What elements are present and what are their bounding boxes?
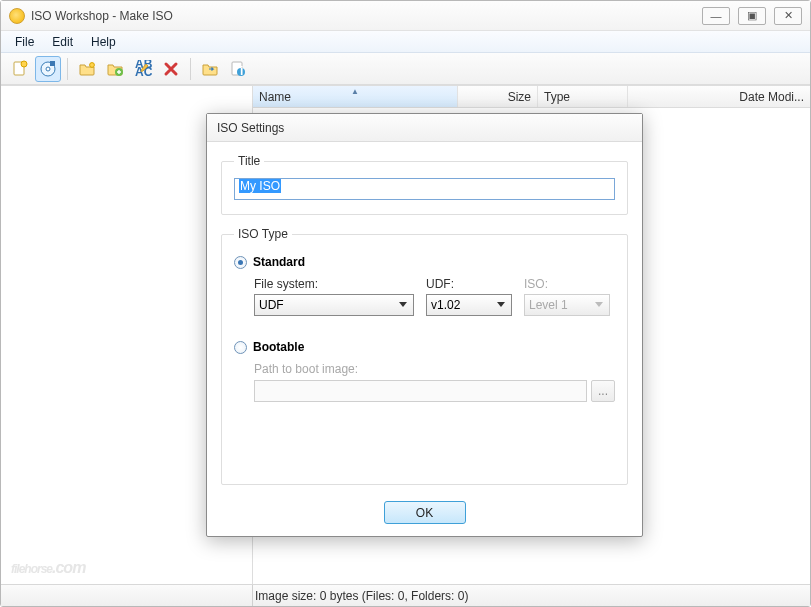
bootable-radio[interactable] bbox=[234, 341, 247, 354]
standard-radio[interactable] bbox=[234, 256, 247, 269]
folder-star-icon bbox=[78, 60, 96, 78]
column-type[interactable]: Type bbox=[538, 86, 628, 107]
svg-text:i: i bbox=[240, 63, 243, 77]
new-iso-button[interactable] bbox=[7, 56, 33, 82]
new-file-icon bbox=[11, 60, 29, 78]
rename-icon: ABAC bbox=[134, 60, 152, 78]
menu-file[interactable]: File bbox=[7, 33, 42, 51]
save-iso-button[interactable] bbox=[35, 56, 61, 82]
statusbar-left-cell bbox=[1, 585, 253, 606]
folder-plus-icon bbox=[106, 60, 124, 78]
delete-button[interactable] bbox=[158, 56, 184, 82]
bootable-radio-row[interactable]: Bootable bbox=[234, 340, 615, 354]
properties-button[interactable]: i bbox=[225, 56, 251, 82]
fs-combo[interactable]: UDF bbox=[254, 294, 414, 316]
iso-combo: Level 1 bbox=[524, 294, 610, 316]
folder-open-arrow-icon bbox=[201, 60, 219, 78]
maximize-button[interactable]: ▣ bbox=[738, 7, 766, 25]
udf-label: UDF: bbox=[426, 277, 512, 291]
dialog-title: ISO Settings bbox=[217, 121, 284, 135]
title-group: Title My ISO bbox=[221, 154, 628, 215]
menu-help[interactable]: Help bbox=[83, 33, 124, 51]
add-folder-button[interactable] bbox=[102, 56, 128, 82]
column-name-label: Name bbox=[259, 90, 291, 104]
browse-button: ... bbox=[591, 380, 615, 402]
column-name[interactable]: Name ▲ bbox=[253, 86, 458, 107]
udf-combo[interactable]: v1.02 bbox=[426, 294, 512, 316]
fs-combo-value: UDF bbox=[259, 298, 409, 312]
svg-point-5 bbox=[90, 62, 95, 67]
bootable-radio-label: Bootable bbox=[253, 340, 304, 354]
boot-path-input bbox=[254, 380, 587, 402]
standard-radio-label: Standard bbox=[253, 255, 305, 269]
rename-button[interactable]: ABAC bbox=[130, 56, 156, 82]
save-disc-icon bbox=[39, 60, 57, 78]
iso-type-group: ISO Type Standard File system: UDF UDF bbox=[221, 227, 628, 485]
titlebar: ISO Workshop - Make ISO — ▣ ✕ bbox=[1, 1, 810, 31]
ok-button[interactable]: OK bbox=[384, 501, 466, 524]
app-icon bbox=[9, 8, 25, 24]
title-input[interactable]: My ISO bbox=[234, 178, 615, 200]
iso-label: ISO: bbox=[524, 277, 610, 291]
close-button[interactable]: ✕ bbox=[774, 7, 802, 25]
column-date-label: Date Modi... bbox=[739, 90, 804, 104]
window-title: ISO Workshop - Make ISO bbox=[31, 9, 173, 23]
toolbar: ABAC i bbox=[1, 53, 810, 85]
column-size[interactable]: Size bbox=[458, 86, 538, 107]
iso-type-legend: ISO Type bbox=[234, 227, 292, 241]
list-header: Name ▲ Size Type Date Modi... bbox=[253, 86, 810, 108]
toolbar-separator bbox=[67, 58, 68, 80]
sort-ascending-icon: ▲ bbox=[351, 87, 359, 96]
open-path-button[interactable] bbox=[197, 56, 223, 82]
svg-point-3 bbox=[46, 67, 50, 71]
title-group-legend: Title bbox=[234, 154, 264, 168]
main-window: ISO Workshop - Make ISO — ▣ ✕ File Edit … bbox=[0, 0, 811, 607]
minimize-button[interactable]: — bbox=[702, 7, 730, 25]
menubar: File Edit Help bbox=[1, 31, 810, 53]
standard-radio-row[interactable]: Standard bbox=[234, 255, 615, 269]
statusbar: Image size: 0 bytes (Files: 0, Folders: … bbox=[1, 584, 810, 606]
chevron-down-icon bbox=[395, 297, 411, 313]
menu-edit[interactable]: Edit bbox=[44, 33, 81, 51]
column-type-label: Type bbox=[544, 90, 570, 104]
open-folder-button[interactable] bbox=[74, 56, 100, 82]
svg-point-1 bbox=[21, 61, 27, 67]
iso-settings-dialog: ISO Settings Title My ISO ISO Type Stand… bbox=[206, 113, 643, 537]
chevron-down-icon bbox=[493, 297, 509, 313]
path-label: Path to boot image: bbox=[254, 362, 358, 376]
title-input-value: My ISO bbox=[239, 179, 281, 193]
svg-rect-4 bbox=[50, 61, 55, 66]
file-info-icon: i bbox=[229, 60, 247, 78]
fs-label: File system: bbox=[254, 277, 414, 291]
toolbar-separator bbox=[190, 58, 191, 80]
chevron-down-icon bbox=[591, 297, 607, 313]
dialog-titlebar[interactable]: ISO Settings bbox=[207, 114, 642, 142]
delete-icon bbox=[162, 60, 180, 78]
column-size-label: Size bbox=[508, 90, 531, 104]
column-date[interactable]: Date Modi... bbox=[628, 86, 810, 107]
statusbar-text: Image size: 0 bytes (Files: 0, Folders: … bbox=[253, 589, 468, 603]
